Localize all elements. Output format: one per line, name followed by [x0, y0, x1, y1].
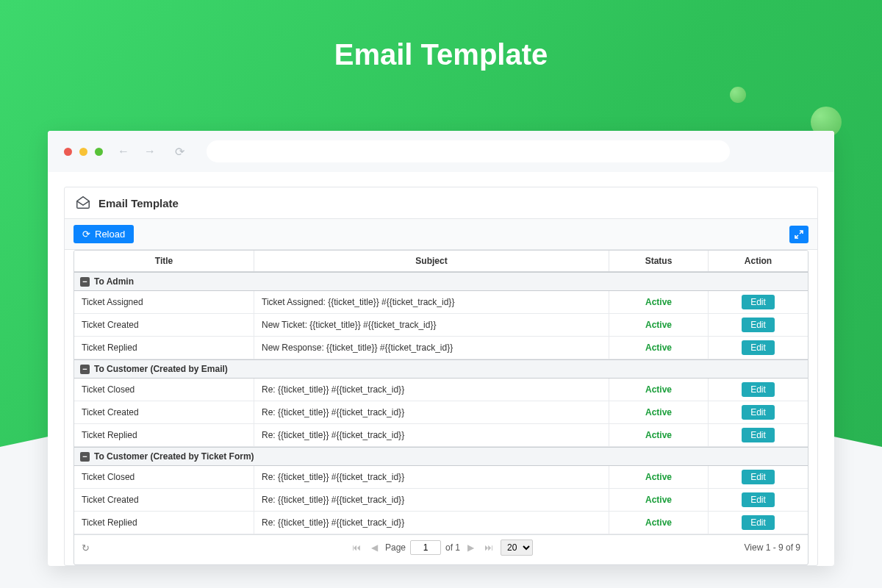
edit-button[interactable]: Edit: [742, 470, 775, 484]
collapse-icon[interactable]: −: [80, 365, 90, 374]
pager-view-text: View 1 - 9 of 9: [745, 542, 801, 553]
data-grid: Title Subject Status Action −To AdminTic…: [74, 250, 808, 565]
col-header-action[interactable]: Action: [709, 251, 808, 271]
group-row[interactable]: −To Customer (Created by Email): [74, 359, 808, 379]
expand-button[interactable]: [789, 226, 808, 243]
reload-button[interactable]: ⟳ Reload: [74, 225, 134, 243]
nav-reload-icon[interactable]: ⟳: [175, 145, 184, 159]
pager-next-icon[interactable]: ▶: [465, 542, 477, 553]
pager: ↻ ⏮ ◀ Page of 1 ▶ ⏭ 20 View 1 - 9 of 9: [74, 534, 808, 560]
collapse-icon[interactable]: −: [80, 277, 90, 287]
cell-action: Edit: [709, 337, 808, 359]
cell-action: Edit: [709, 512, 808, 534]
toolbar: ⟳ Reload: [65, 219, 817, 250]
pager-pagesize-select[interactable]: 20: [501, 539, 533, 556]
edit-button[interactable]: Edit: [742, 405, 775, 420]
col-header-title[interactable]: Title: [74, 251, 254, 271]
content-area: Email Template ⟳ Reload Title Subject St: [48, 172, 834, 566]
cell-title: Ticket Replied: [74, 337, 254, 359]
cell-action: Edit: [709, 466, 808, 488]
table-row: Ticket CreatedNew Ticket: {{ticket_title…: [74, 314, 808, 337]
nav-back-icon[interactable]: ←: [118, 145, 129, 158]
cell-title: Ticket Assigned: [74, 291, 254, 313]
group-name: To Admin: [94, 276, 134, 287]
table-row: Ticket CreatedRe: {{ticket_title}} #{{ti…: [74, 489, 808, 512]
nav-forward-icon[interactable]: →: [144, 145, 156, 158]
cell-subject: Ticket Assigned: {{ticket_title}} #{{tic…: [254, 291, 609, 313]
cell-title: Ticket Created: [74, 401, 254, 423]
cell-title: Ticket Closed: [74, 379, 254, 401]
group-row[interactable]: −To Customer (Created by Ticket Form): [74, 447, 808, 466]
cell-subject: Re: {{ticket_title}} #{{ticket_track_id}…: [254, 424, 609, 446]
collapse-icon[interactable]: −: [80, 452, 90, 462]
table-row: Ticket RepliedNew Response: {{ticket_tit…: [74, 337, 808, 359]
group-name: To Customer (Created by Email): [94, 364, 228, 374]
cell-action: Edit: [709, 489, 808, 511]
pager-first-icon[interactable]: ⏮: [349, 542, 364, 553]
edit-button[interactable]: Edit: [742, 295, 775, 309]
cell-status: Active: [609, 337, 709, 359]
mail-icon: [75, 195, 91, 211]
group-row[interactable]: −To Admin: [74, 272, 808, 291]
cell-title: Ticket Closed: [74, 466, 254, 488]
table-row: Ticket ClosedRe: {{ticket_title}} #{{tic…: [74, 379, 808, 401]
browser-window: ← → ⟳ Email Template ⟳ Reload: [48, 131, 834, 566]
pager-page-label: Page: [385, 542, 406, 553]
panel-header: Email Template: [65, 187, 817, 219]
table-row: Ticket AssignedTicket Assigned: {{ticket…: [74, 291, 808, 314]
cell-subject: Re: {{ticket_title}} #{{ticket_track_id}…: [254, 512, 609, 534]
edit-button[interactable]: Edit: [742, 340, 775, 355]
cell-action: Edit: [709, 424, 808, 446]
grid-body: −To AdminTicket AssignedTicket Assigned:…: [74, 272, 808, 534]
cell-status: Active: [609, 314, 709, 336]
group-name: To Customer (Created by Ticket Form): [94, 451, 254, 462]
edit-button[interactable]: Edit: [742, 382, 775, 397]
grid-header-row: Title Subject Status Action: [74, 251, 808, 272]
edit-button[interactable]: Edit: [742, 515, 775, 530]
pager-page-input[interactable]: [410, 540, 441, 555]
pager-refresh-icon[interactable]: ↻: [82, 542, 90, 553]
cell-status: Active: [609, 424, 709, 446]
col-header-status[interactable]: Status: [609, 251, 709, 271]
pager-of-label: of 1: [445, 542, 460, 553]
cell-title: Ticket Replied: [74, 424, 254, 446]
cell-status: Active: [609, 489, 709, 511]
col-header-subject[interactable]: Subject: [254, 251, 609, 271]
reload-label: Reload: [95, 229, 125, 240]
table-row: Ticket RepliedRe: {{ticket_title}} #{{ti…: [74, 424, 808, 447]
edit-button[interactable]: Edit: [742, 428, 775, 442]
cell-status: Active: [609, 466, 709, 488]
cell-status: Active: [609, 379, 709, 401]
page-title: Email Template: [0, 38, 882, 71]
decorative-circle: [730, 87, 746, 103]
close-window-icon[interactable]: [64, 148, 72, 156]
cell-title: Ticket Created: [74, 314, 254, 336]
cell-subject: New Response: {{ticket_title}} #{{ticket…: [254, 337, 609, 359]
expand-icon: [795, 230, 803, 239]
url-input[interactable]: [207, 140, 730, 162]
reload-icon: ⟳: [82, 229, 90, 240]
minimize-window-icon[interactable]: [79, 148, 87, 156]
maximize-window-icon[interactable]: [95, 148, 103, 156]
cell-title: Ticket Replied: [74, 512, 254, 534]
pager-last-icon[interactable]: ⏭: [481, 542, 496, 553]
cell-status: Active: [609, 291, 709, 313]
cell-subject: New Ticket: {{ticket_title}} #{{ticket_t…: [254, 314, 609, 336]
cell-title: Ticket Created: [74, 489, 254, 511]
table-row: Ticket RepliedRe: {{ticket_title}} #{{ti…: [74, 512, 808, 534]
cell-action: Edit: [709, 379, 808, 401]
cell-subject: Re: {{ticket_title}} #{{ticket_track_id}…: [254, 401, 609, 423]
table-row: Ticket ClosedRe: {{ticket_title}} #{{tic…: [74, 466, 808, 489]
cell-action: Edit: [709, 401, 808, 423]
cell-action: Edit: [709, 314, 808, 336]
cell-subject: Re: {{ticket_title}} #{{ticket_track_id}…: [254, 466, 609, 488]
cell-action: Edit: [709, 291, 808, 313]
cell-subject: Re: {{ticket_title}} #{{ticket_track_id}…: [254, 489, 609, 511]
panel-title: Email Template: [98, 197, 179, 209]
cell-subject: Re: {{ticket_title}} #{{ticket_track_id}…: [254, 379, 609, 401]
table-row: Ticket CreatedRe: {{ticket_title}} #{{ti…: [74, 401, 808, 424]
edit-button[interactable]: Edit: [742, 318, 775, 332]
edit-button[interactable]: Edit: [742, 492, 775, 507]
pager-prev-icon[interactable]: ◀: [368, 542, 381, 553]
email-template-panel: Email Template ⟳ Reload Title Subject St: [64, 187, 818, 566]
